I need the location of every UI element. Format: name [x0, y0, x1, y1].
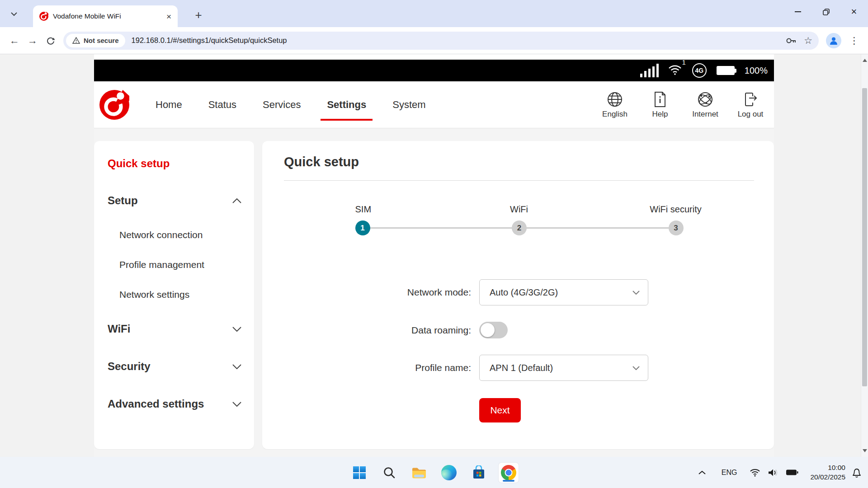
chrome-icon — [501, 465, 516, 480]
edge-button[interactable] — [439, 463, 459, 483]
chevron-down-icon — [232, 327, 241, 332]
wifi-clients-indicator: 1 — [668, 64, 682, 77]
wifi-client-count: 1 — [682, 58, 686, 66]
chevron-up-icon — [232, 198, 241, 203]
wifi-icon — [668, 64, 682, 75]
data-roaming-cell — [479, 322, 648, 338]
network-mode-label: Network mode: — [284, 287, 471, 298]
sidebar-section-wifi[interactable]: WiFi — [108, 323, 241, 335]
network-mode-value: Auto (4G/3G/2G) — [490, 287, 558, 298]
windows-start-icon — [353, 466, 366, 479]
taskbar-date: 20/02/2025 — [810, 473, 845, 482]
internet-button[interactable]: Internet — [689, 91, 722, 119]
sidebar-advanced-label: Advanced settings — [108, 398, 204, 410]
step-label-wifi: WiFi — [510, 204, 528, 215]
search-button[interactable] — [379, 463, 399, 483]
nav-item-settings[interactable]: Settings — [327, 94, 366, 115]
step-circle-2: 2 — [512, 221, 527, 235]
help-button[interactable]: Help — [644, 91, 676, 119]
browser-toolbar: ← → Not secure 192.168.0.1/#/settings1/q… — [0, 27, 868, 54]
logout-button[interactable]: Log out — [734, 91, 767, 119]
file-explorer-button[interactable] — [409, 463, 429, 483]
next-button[interactable]: Next — [479, 398, 521, 422]
nav-item-status[interactable]: Status — [208, 94, 236, 115]
url-text[interactable]: 192.168.0.1/#/settings1/quickSetup/quick… — [132, 36, 779, 45]
vodafone-logo[interactable] — [99, 90, 129, 120]
nav-item-home[interactable]: Home — [156, 94, 182, 115]
forward-button[interactable]: → — [24, 32, 42, 50]
nav-item-services[interactable]: Services — [263, 94, 301, 115]
sidebar-security-label: Security — [108, 360, 151, 373]
tray-chevron-up-icon[interactable] — [698, 470, 706, 475]
warning-icon — [72, 37, 80, 44]
heading-divider — [284, 180, 754, 181]
close-window-button[interactable]: × — [840, 0, 868, 23]
minimize-icon — [795, 11, 801, 12]
sidebar-section-setup[interactable]: Setup — [108, 194, 241, 207]
sidebar-setup-label: Setup — [108, 194, 138, 207]
taskbar-clock[interactable]: 10:00 20/02/2025 — [810, 463, 845, 481]
bookmark-star-icon[interactable]: ☆ — [804, 35, 812, 46]
browser-profile-avatar[interactable] — [826, 33, 841, 48]
scroll-up-arrow-icon[interactable] — [863, 59, 867, 62]
tray-wifi-icon[interactable] — [750, 468, 760, 477]
new-tab-button[interactable]: + — [191, 7, 206, 23]
language-label: English — [602, 110, 627, 119]
sidebar-section-security[interactable]: Security — [108, 360, 241, 373]
page-scrollbar[interactable] — [861, 54, 868, 457]
site-security-chip[interactable]: Not secure — [66, 34, 125, 47]
setup-stepper: SIM WiFi WiFi security 1 2 3 — [363, 204, 676, 243]
profile-name-select[interactable]: APN 1 (Default) — [479, 355, 648, 381]
not-secure-label: Not secure — [84, 37, 119, 44]
battery-percentage: 100% — [745, 66, 768, 76]
sidebar-item-quick-setup[interactable]: Quick setup — [108, 157, 241, 170]
file-explorer-icon — [411, 466, 427, 479]
back-button[interactable]: ← — [5, 32, 24, 50]
start-button[interactable] — [349, 463, 369, 483]
restore-button[interactable] — [812, 0, 840, 23]
profile-name-label: Profile name: — [284, 362, 471, 373]
globe-icon — [606, 91, 623, 108]
browser-menu-icon[interactable]: ⋮ — [849, 35, 859, 46]
sidebar-item-network-connection[interactable]: Network connection — [108, 230, 241, 240]
chevron-down-icon — [11, 12, 17, 16]
reload-button[interactable] — [42, 32, 60, 50]
data-roaming-toggle[interactable] — [479, 322, 508, 338]
sidebar-wifi-label: WiFi — [108, 323, 130, 335]
content-area: Quick setup Setup Network connection Pro… — [94, 128, 774, 457]
person-icon — [829, 36, 839, 46]
scrollbar-thumb[interactable] — [862, 88, 867, 386]
language-indicator[interactable]: ENG — [722, 469, 737, 477]
tray-volume-icon[interactable] — [768, 468, 778, 477]
tray-battery-icon[interactable] — [786, 469, 798, 476]
sidebar-item-network-settings[interactable]: Network settings — [108, 289, 241, 300]
password-key-icon[interactable] — [786, 38, 797, 44]
sidebar-section-advanced-settings[interactable]: Advanced settings — [108, 398, 241, 410]
step-circle-1: 1 — [355, 221, 370, 235]
tab-search-button[interactable] — [6, 8, 22, 20]
language-button[interactable]: English — [599, 91, 631, 119]
microsoft-store-button[interactable] — [469, 463, 489, 483]
sidebar-item-profile-management[interactable]: Profile management — [108, 259, 241, 270]
tab-close-icon[interactable]: × — [165, 12, 172, 21]
notification-bell-icon[interactable] — [852, 467, 862, 478]
nav-item-system[interactable]: System — [392, 94, 425, 115]
taskbar-system-tray: ENG 10:00 20/02/2025 — [698, 457, 868, 488]
taskbar-time: 10:00 — [810, 463, 845, 472]
address-bar[interactable]: Not secure 192.168.0.1/#/settings1/quick… — [63, 32, 819, 50]
browser-titlebar: Vodafone Mobile WiFi × + × — [0, 0, 868, 27]
page-top-gap — [94, 54, 774, 60]
scroll-down-arrow-icon[interactable] — [863, 449, 867, 452]
step-label-sim: SIM — [355, 204, 372, 215]
data-roaming-label: Data roaming: — [284, 325, 471, 336]
network-mode-select[interactable]: Auto (4G/3G/2G) — [479, 279, 648, 305]
browser-tab[interactable]: Vodafone Mobile WiFi × — [33, 5, 178, 27]
internet-label: Internet — [692, 110, 718, 119]
help-label: Help — [652, 110, 668, 119]
minimize-button[interactable] — [784, 0, 812, 23]
chevron-down-icon — [632, 366, 640, 370]
quick-setup-form: Network mode: Auto (4G/3G/2G) Data roami… — [284, 279, 754, 422]
chrome-button[interactable] — [499, 463, 519, 483]
search-icon — [383, 466, 396, 479]
taskbar-center-icons — [349, 457, 519, 488]
